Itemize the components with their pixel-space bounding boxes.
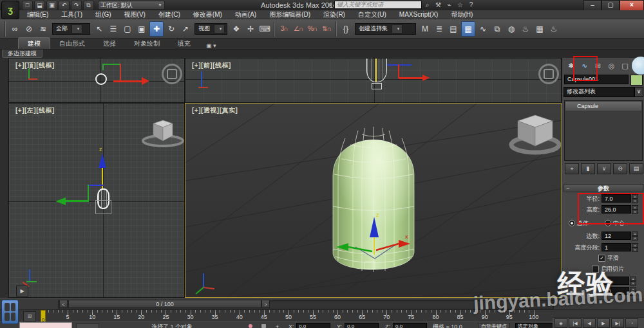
help-icon[interactable]: ?	[466, 1, 477, 9]
select-by-name-icon[interactable]: ☰	[107, 22, 120, 36]
redo-icon[interactable]: ↷	[71, 1, 82, 10]
workspace-dropdown[interactable]: 工作区: 默认 ▼	[98, 1, 165, 10]
pin-stack-button[interactable]: ⌖	[565, 163, 579, 174]
chevron-down-icon[interactable]: ∨	[634, 87, 643, 97]
overall-radio[interactable]	[569, 220, 575, 226]
menu-item[interactable]: 帮助(H)	[444, 10, 479, 19]
workspace-tools-icon[interactable]: ⚒	[433, 1, 444, 9]
smooth-checkbox[interactable]: ✓	[598, 255, 605, 262]
ribbon-tab[interactable]: 建模	[18, 37, 50, 49]
select-and-rotate-icon[interactable]: ↻	[165, 22, 178, 36]
search-icon[interactable]: ⌕	[422, 1, 433, 9]
communication-center-icon[interactable]: ⌁	[444, 1, 455, 9]
expand-panel-button[interactable]: ▶	[16, 286, 28, 296]
previous-frame-button[interactable]: <	[59, 300, 68, 308]
configure-modifier-sets-button[interactable]: ▤	[629, 163, 643, 174]
render-production-icon[interactable]: ♨	[547, 22, 560, 36]
height-field[interactable]: 26.0	[601, 205, 631, 214]
key-filter-dropdown[interactable]: 选定对象	[515, 323, 554, 328]
modify-tab-icon[interactable]: ∿	[578, 60, 591, 71]
hierarchy-tab-icon[interactable]: ⊞	[592, 60, 604, 71]
reference-coordinate-dropdown[interactable]: 视图 ▾	[194, 23, 227, 35]
create-tab-icon[interactable]: ✱	[565, 60, 577, 71]
schematic-view-icon[interactable]: ⧉	[491, 22, 504, 36]
z-coordinate-field[interactable]: 0.0	[393, 323, 427, 328]
isolate-selection-icon[interactable]	[249, 324, 252, 328]
viewcube-mini[interactable]	[138, 118, 185, 149]
menu-item[interactable]: 组(G)	[89, 10, 117, 19]
maximize-button[interactable]: ▢	[601, 0, 620, 11]
menu-item[interactable]: 视图(V)	[118, 10, 152, 19]
rectangular-selection-icon[interactable]: ▢	[121, 22, 134, 36]
app-logo-icon[interactable]: ӡ	[1, 1, 19, 19]
close-button[interactable]: ×	[620, 0, 644, 11]
render-setup-icon[interactable]: ♨	[519, 22, 532, 36]
select-and-link-icon[interactable]: ∞	[8, 22, 21, 36]
polygon-modeling-panel-button[interactable]: 多边形建模	[2, 50, 43, 58]
use-pivot-center-icon[interactable]: ❖	[230, 22, 243, 36]
time-slider-handle[interactable]: 0 / 100	[68, 300, 261, 308]
center-radio[interactable]	[605, 220, 611, 226]
sides-field[interactable]: 12	[601, 232, 631, 240]
modifier-stack[interactable]: Capsule	[564, 100, 643, 161]
mini-curve-editor-button[interactable]: ⊞	[23, 311, 36, 322]
undo-icon[interactable]: ↶	[59, 1, 70, 10]
track-bar[interactable]: ⊞ 51015202530354045505560657075808590951…	[0, 309, 644, 322]
project-folder-icon[interactable]: ⧉	[83, 1, 94, 10]
menu-item[interactable]: MAXScript(X)	[393, 10, 445, 19]
object-color-swatch[interactable]	[630, 75, 643, 86]
menu-item[interactable]: 动画(A)	[229, 10, 263, 19]
remove-modifier-button[interactable]: ⊖	[613, 163, 627, 174]
capsule-top-view[interactable]	[95, 73, 107, 85]
viewport-left-label[interactable]: [+][左][线框]	[15, 106, 55, 115]
prompt-mini-icon[interactable]	[76, 323, 99, 328]
capsule-front-view[interactable]	[366, 58, 387, 82]
ribbon-tab[interactable]: 自由形式	[50, 38, 94, 49]
spinner-snap-icon[interactable]: ⇅∩	[320, 22, 333, 36]
modifier-stack-item[interactable]: Capsule	[565, 102, 641, 111]
bind-to-space-warp-icon[interactable]: ≋	[37, 22, 50, 36]
material-editor-icon[interactable]: ◍	[505, 22, 518, 36]
graphite-ribbon-toggle-icon[interactable]: ▦	[461, 21, 475, 37]
favorites-star-icon[interactable]: ☆	[455, 1, 466, 9]
angle-snap-icon[interactable]: ∠∩	[292, 22, 305, 36]
viewport-front[interactable]: [+][前][线框]	[185, 58, 562, 103]
viewport-top[interactable]: [+][顶][线框]	[8, 58, 185, 103]
menu-item[interactable]: 图形编辑器(D)	[263, 10, 317, 19]
display-tab-icon[interactable]: ▢	[619, 60, 631, 71]
layer-manager-icon[interactable]: ▤	[447, 22, 460, 36]
menu-item[interactable]: 自定义(U)	[352, 10, 393, 19]
select-and-manipulate-icon[interactable]: ✢	[244, 22, 257, 36]
snaps-toggle-3d-icon[interactable]: 3∩	[278, 22, 290, 36]
object-name-field[interactable]: Capsule001	[564, 75, 629, 84]
select-and-move-icon[interactable]: ✚	[149, 21, 164, 37]
go-start-button[interactable]: |◀	[569, 318, 582, 328]
selection-filter-dropdown[interactable]: 全部 ▾	[52, 23, 90, 35]
named-selection-set-dropdown[interactable]: 创建选择集 ▾	[355, 23, 416, 35]
named-selection-sets-icon[interactable]: {}	[339, 22, 352, 36]
x-coordinate-field[interactable]: 0.0	[296, 323, 330, 328]
ribbon-tab[interactable]: 选择	[94, 38, 125, 49]
rendered-frame-window-icon[interactable]: ▦	[533, 22, 546, 36]
search-input[interactable]: 键入关键字或短语	[334, 1, 422, 9]
radius-spinner[interactable]: ▲▼	[632, 194, 638, 203]
navigation-gizmo-icon[interactable]	[538, 64, 559, 84]
make-unique-button[interactable]: ∨	[597, 163, 611, 174]
transform-type-in-icon[interactable]: +	[276, 323, 279, 328]
menu-item[interactable]: 渲染(R)	[317, 10, 352, 19]
show-end-result-button[interactable]: ▮	[581, 163, 595, 174]
open-file-icon[interactable]: ⬓	[34, 1, 45, 10]
play-button[interactable]: ▶	[597, 318, 610, 328]
navigation-gizmo-icon[interactable]	[162, 64, 182, 84]
height-segments-spinner[interactable]: ▲▼	[632, 243, 638, 251]
menu-item[interactable]: 工具(T)	[55, 10, 89, 19]
viewport-layout-button[interactable]	[1, 300, 19, 324]
curve-editor-icon[interactable]: ∿	[477, 22, 489, 36]
viewport-left[interactable]: [+][左][线框] z	[8, 103, 185, 298]
height-spinner[interactable]: ▲▼	[632, 205, 638, 214]
keyboard-override-icon[interactable]: ⌨	[258, 22, 271, 36]
next-frame-button[interactable]: ▶|	[611, 318, 624, 328]
save-file-icon[interactable]: ▣	[46, 1, 57, 10]
viewport-perspective[interactable]: [+][透视][真实]	[185, 103, 562, 298]
prev-frame-button[interactable]: ◀	[583, 318, 596, 328]
